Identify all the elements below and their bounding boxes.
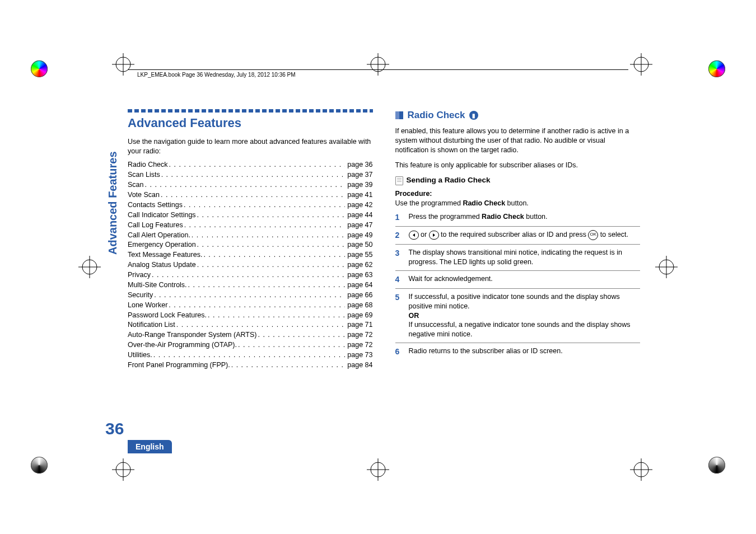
toc-leader	[144, 180, 346, 190]
toc-leader	[160, 170, 346, 180]
toc-entry[interactable]: Call Indicator Settings page 44	[128, 210, 373, 220]
running-header: LKP_EMEA.book Page 36 Wednesday, July 18…	[137, 72, 296, 78]
toc-label: Analog Status Update	[128, 260, 196, 270]
toc-leader	[230, 360, 346, 370]
section-intro: Use the navigation guide to learn more a…	[128, 137, 373, 156]
toc-page: page 72	[345, 330, 372, 340]
toc-entry[interactable]: Security page 66	[128, 291, 373, 300]
toc-entry[interactable]: Auto-Range Transponder System (ARTS) pag…	[128, 330, 373, 340]
toc-leader	[237, 340, 345, 350]
toc-leader	[167, 301, 345, 310]
toc-page: page 47	[345, 221, 372, 230]
toc-entry[interactable]: Vote Scan page 41	[128, 190, 373, 200]
toc-label: Contacts Settings	[128, 200, 183, 210]
toc-page: page 44	[345, 210, 372, 220]
toc-page: page 84	[345, 360, 372, 370]
toc-label: Password Lock Features.	[128, 311, 207, 320]
crop-mark-icon	[630, 53, 652, 76]
step: 1 Press the programmed Radio Check butto…	[395, 209, 641, 227]
toc-leader	[183, 200, 345, 210]
right-nav-button-icon	[429, 231, 439, 240]
ok-button-icon: OK	[588, 230, 598, 240]
step: 5 If successful, a positive indicator to…	[395, 289, 641, 343]
toc-entry[interactable]: Emergency Operation page 50	[128, 240, 373, 250]
toc-entry[interactable]: Password Lock Features. page 69	[128, 311, 373, 320]
toc-leader	[207, 311, 345, 320]
color-target-icon	[31, 60, 48, 77]
toc-entry[interactable]: Front Panel Programming (FPP). page 84	[128, 360, 373, 370]
toc-page: page 68	[345, 301, 372, 310]
toc-label: Emergency Operation	[128, 240, 196, 250]
toc-label: Lone Worker	[128, 301, 167, 310]
registration-mark-icon	[78, 256, 101, 278]
toc-label: Call Log Features	[128, 221, 183, 230]
toc-label: Vote Scan	[128, 190, 160, 200]
toc-page: page 37	[345, 170, 372, 180]
toc-entry[interactable]: Scan Lists page 37	[128, 170, 373, 180]
toc-label: Security	[128, 291, 153, 300]
toc-page: page 55	[345, 250, 372, 260]
toc-label: Radio Check	[128, 160, 168, 170]
toc-label: Call Indicator Settings	[128, 210, 196, 220]
toc-entry[interactable]: Notification List page 71	[128, 320, 373, 330]
table-of-contents: Radio Check page 36Scan Lists page 37Sca…	[128, 160, 373, 369]
color-target-icon	[708, 60, 725, 77]
toc-leader	[175, 320, 346, 330]
toc-entry[interactable]: Multi-Site Controls. page 64	[128, 280, 373, 290]
heading-rule	[128, 109, 373, 113]
toc-entry[interactable]: Text Message Features. page 55	[128, 250, 373, 260]
toc-leader	[152, 350, 346, 360]
toc-leader	[153, 291, 345, 300]
toc-entry[interactable]: Call Alert Operation. page 49	[128, 231, 373, 240]
toc-page: page 71	[345, 320, 372, 330]
toc-label: Call Alert Operation.	[128, 231, 190, 240]
toc-label: Text Message Features.	[128, 250, 202, 260]
toc-page: page 66	[345, 291, 372, 300]
toc-entry[interactable]: Call Log Features page 47	[128, 221, 373, 230]
step: 2 or to the required subscriber alias or…	[395, 227, 641, 245]
toc-page: page 72	[345, 340, 372, 350]
registration-mark-icon	[367, 53, 389, 76]
section-marker-icon	[395, 111, 403, 119]
procedure-lead: Procedure: Use the programmed Radio Chec…	[395, 189, 641, 208]
toc-entry[interactable]: Lone Worker page 68	[128, 301, 373, 310]
toc-leader	[190, 231, 345, 240]
toc-leader	[196, 260, 346, 270]
toc-page: page 41	[345, 190, 372, 200]
toc-entry[interactable]: Utilities. page 73	[128, 350, 373, 360]
gray-target-icon	[31, 457, 48, 474]
toc-label: Multi-Site Controls.	[128, 280, 187, 290]
step: 4 Wait for acknowledgement.	[395, 271, 641, 289]
toc-entry[interactable]: Contacts Settings page 42	[128, 200, 373, 210]
toc-label: Over-the-Air Programming (OTAP).	[128, 340, 237, 350]
toc-page: page 73	[345, 350, 372, 360]
toc-label: Scan Lists	[128, 170, 160, 180]
toc-leader	[202, 250, 345, 260]
subsection-title: Radio Check	[408, 109, 465, 122]
toc-page: page 39	[345, 180, 372, 190]
toc-entry[interactable]: Scan page 39	[128, 180, 373, 190]
toc-label: Utilities.	[128, 350, 152, 360]
toc-leader	[151, 270, 345, 280]
crop-mark-icon	[112, 458, 134, 481]
toc-page: page 42	[345, 200, 372, 210]
toc-entry[interactable]: Privacy page 63	[128, 270, 373, 280]
step: 6 Radio returns to the subscriber alias …	[395, 343, 641, 360]
toc-label: Auto-Range Transponder System (ARTS)	[128, 330, 256, 340]
subsection-header: Radio Check ▮	[395, 109, 641, 122]
page-number: 36	[105, 418, 124, 441]
gray-target-icon	[708, 457, 725, 474]
toc-label: Scan	[128, 180, 144, 190]
toc-leader	[196, 240, 346, 250]
toc-page: page 50	[345, 240, 372, 250]
crop-mark-icon	[630, 458, 652, 481]
document-icon	[395, 176, 403, 185]
toc-leader	[196, 210, 346, 220]
toc-entry[interactable]: Analog Status Update page 62	[128, 260, 373, 270]
toc-entry[interactable]: Over-the-Air Programming (OTAP). page 72	[128, 340, 373, 350]
crop-mark-icon	[112, 53, 134, 76]
left-nav-button-icon	[409, 231, 419, 240]
toc-leader	[160, 190, 345, 200]
body-text: If enabled, this feature allows you to d…	[395, 127, 641, 155]
toc-entry[interactable]: Radio Check page 36	[128, 160, 373, 170]
